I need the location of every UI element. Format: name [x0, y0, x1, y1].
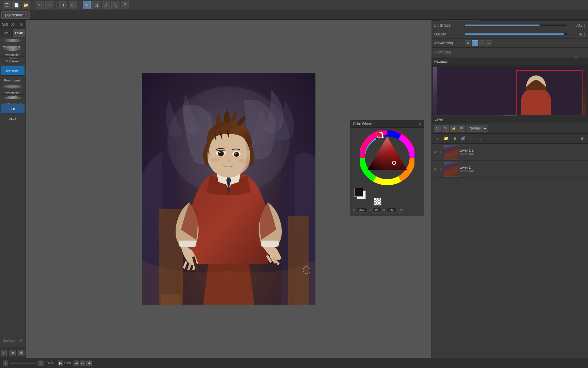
canvas-tab[interactable]: [3][Restore]* — [1, 11, 30, 19]
brush-item-wet-wash[interactable]: Wet wash — [1, 66, 24, 76]
subtool-header: Sub Tool ✕ — [0, 20, 25, 29]
copy-btn[interactable]: ⧉ — [10, 350, 16, 356]
saturation-input[interactable] — [372, 207, 382, 213]
delete-btn[interactable]: 🗑 — [18, 350, 24, 356]
layer-ctrl-1[interactable]: ⬚ — [434, 125, 441, 132]
color-wheel-minimize-btn[interactable]: ─ — [415, 122, 418, 126]
navigator-header: Navigator — [431, 58, 588, 65]
rotate-btn[interactable]: ✦ — [59, 1, 67, 9]
layer-mask-btn[interactable]: □ — [468, 135, 475, 142]
layer-blend-mode-select[interactable]: Normal — [467, 125, 488, 132]
new-btn[interactable]: 📄 — [12, 1, 20, 9]
opacity-value: 97 — [567, 32, 583, 36]
svg-rect-27 — [437, 67, 582, 118]
play-btn[interactable]: ▶ — [58, 361, 63, 366]
menu-btn[interactable]: ☰ — [3, 1, 11, 9]
color-cycle-icon: ↻ — [399, 208, 402, 212]
brightness-input[interactable] — [387, 207, 396, 213]
antialias-strong-btn[interactable]: ● — [486, 40, 492, 46]
brush-list: watercolor br... watercolor brush Soft b… — [0, 37, 25, 124]
brush-size-down[interactable]: ▼ — [583, 26, 585, 28]
brush-item-ulle[interactable]: ULLE — [1, 114, 24, 123]
navigator-panel: Navigator — [431, 58, 588, 119]
artwork-svg — [142, 73, 315, 305]
hue-input[interactable] — [357, 207, 368, 213]
layer-name-1: Layer 1 1 — [459, 149, 586, 152]
layer-folder-btn[interactable]: 📁 — [442, 135, 450, 142]
transform-btn[interactable]: □ — [69, 1, 77, 9]
tab-bar: [3][Restore]* — [0, 10, 588, 20]
color-wheel-header: Color Wheel ─ ✕ — [350, 120, 424, 128]
layer-link-btn[interactable]: 🔗 — [459, 135, 467, 142]
brush-item-sol[interactable]: SOL — [1, 104, 24, 114]
brush-size-track — [465, 25, 567, 26]
opacity-row: Opacity 97 ▲ ▼ — [431, 30, 588, 39]
brush-size-value: 73.7 — [567, 24, 583, 27]
brush-tool-btn[interactable]: ✎ — [83, 1, 91, 9]
antialias-weak-btn[interactable]: ◎ — [472, 40, 478, 46]
svg-point-25 — [238, 159, 246, 163]
canvas-artwork[interactable] — [142, 73, 315, 305]
zoom-in-btn[interactable]: + — [38, 361, 44, 366]
eraser-btn[interactable]: ◻ — [92, 1, 100, 9]
layer-ctrl-3[interactable]: 🔒 — [450, 125, 457, 132]
fg-color-swatch[interactable] — [354, 188, 363, 197]
fill-btn[interactable]: ╱ — [102, 1, 110, 9]
opacity-arrows[interactable]: ▲ ▼ — [583, 32, 585, 36]
playback-controls: ▶ 0:00 — [58, 361, 71, 366]
color-wheel-svg-container[interactable] — [360, 131, 414, 185]
bright-icon: B — [383, 208, 385, 212]
subtool-title: Sub Tool — [2, 22, 15, 26]
color-wheel-body: H S B ↻ — [350, 128, 424, 216]
subtool-close-btn[interactable]: ✕ — [20, 22, 23, 27]
color-wheel-svg — [360, 131, 414, 185]
fg-bg-swatches[interactable] — [354, 188, 371, 204]
opacity-down[interactable]: ▼ — [583, 34, 585, 36]
layer-ctrl-2[interactable]: ✎ — [442, 125, 449, 132]
add-subtool-btn[interactable]: Add sub tool — [0, 338, 25, 344]
zoom-out-btn[interactable]: - — [3, 361, 8, 366]
layer-info-2: Layer 1 100 % Nor — [459, 166, 586, 173]
help-btn[interactable]: ? — [121, 1, 129, 9]
timeline-btn1[interactable]: ⏮ — [74, 361, 79, 366]
antialias-off-btn[interactable]: ◉ — [465, 40, 471, 46]
layer-item-2[interactable]: 👁 ✎ Layer 1 100 % Nor — [432, 161, 588, 178]
undo-btn[interactable]: ↶ — [36, 1, 44, 9]
brush-size-arrows[interactable]: ▲ ▼ — [583, 24, 585, 28]
layer-visible-icon-2[interactable]: 👁 — [434, 167, 438, 172]
timeline-btn3[interactable]: ⏺ — [86, 361, 92, 366]
layer-panel: Layer ⬚ ✎ 🔒 👁 Normal + 📁 ⊕ 🔗 □ ⋮ 🗑 👁 ✎ — [431, 116, 588, 358]
frame-counter: 0:00 — [64, 361, 71, 365]
layer-controls: ⬚ ✎ 🔒 👁 Normal — [432, 123, 588, 134]
layer-item-1[interactable]: 👁 ✎ Layer 1 1 100 % Nor — [432, 144, 588, 161]
layer-effect-btn[interactable]: ⋮ — [476, 135, 484, 142]
color-cycle-btn[interactable]: ↻ — [397, 207, 404, 213]
svg-rect-10 — [261, 241, 279, 247]
color-wheel-controls: ─ ✕ — [415, 122, 422, 126]
layer-ctrl-4[interactable]: 👁 — [458, 125, 465, 132]
color-wheel-close-btn[interactable]: ✕ — [419, 122, 422, 126]
antialias-mid-btn[interactable]: ○ — [479, 40, 485, 46]
opacity-slider[interactable] — [465, 33, 567, 35]
brush-size-slider[interactable] — [465, 25, 567, 27]
layer-thumb-img-2 — [444, 163, 458, 176]
redo-btn[interactable]: ↷ — [45, 1, 53, 9]
antialias-options: ◉ ◎ ○ ● — [465, 40, 492, 46]
timeline-btn2[interactable]: ⏭ — [80, 361, 85, 366]
brush-item-watercolor-brush[interactable]: watercolor brush — [1, 47, 24, 57]
brush-item-watery-brush[interactable]: Watery brush — [1, 95, 24, 104]
navigator-content[interactable] — [431, 65, 588, 119]
pen-btn[interactable]: ╲ — [111, 1, 119, 9]
layer-delete-btn[interactable]: 🗑 — [578, 135, 586, 142]
zoom-slider[interactable] — [10, 363, 37, 364]
layer-new-btn[interactable]: + — [434, 135, 441, 142]
transparent-swatch[interactable] — [374, 198, 381, 205]
navigator-title: Navigator — [434, 60, 449, 63]
layer-merge-btn[interactable]: ⊕ — [451, 135, 458, 142]
layer-visible-icon-1[interactable]: 👁 — [434, 150, 438, 155]
add-layer-btn[interactable]: + — [1, 350, 7, 356]
sep2 — [56, 2, 56, 9]
open-btn[interactable]: 📂 — [22, 1, 30, 9]
brush-item-soft-bleed[interactable]: Soft bleed — [1, 57, 24, 66]
sep1 — [33, 2, 33, 9]
